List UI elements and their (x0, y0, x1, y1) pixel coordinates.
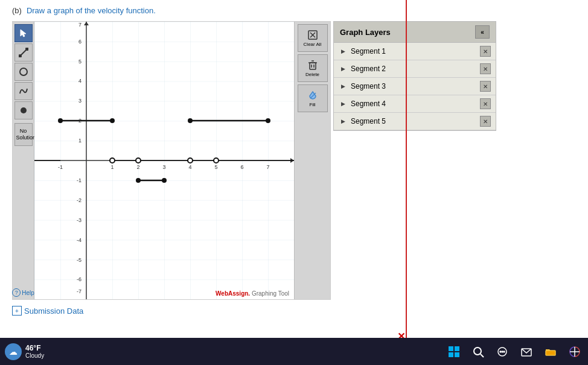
svg-point-65 (502, 351, 503, 352)
layer-label-4: Segment 4 (351, 100, 476, 108)
question-part: (b) (12, 6, 22, 15)
graph-svg: -1 1 2 3 4 5 6 7 5 4 3 2 1 (34, 22, 294, 299)
red-border-line (406, 0, 407, 338)
weather-widget: ☁ 46°F Cloudy (5, 343, 44, 360)
svg-text:3: 3 (162, 164, 165, 170)
svg-rect-57 (449, 346, 453, 351)
left-toolbar: No Solution ? Help (13, 22, 34, 299)
layer-close-5[interactable]: ✕ (480, 116, 491, 127)
svg-text:-5: -5 (77, 257, 81, 263)
svg-text:-2: -2 (77, 197, 81, 203)
circle-tool-button[interactable] (14, 63, 33, 81)
layer-label-1: Segment 1 (351, 47, 476, 56)
question-text: Draw a graph of the velocity function. (27, 6, 156, 15)
weather-temp: 46°F (25, 344, 44, 352)
svg-rect-59 (449, 352, 453, 357)
main-content: (b) Draw a graph of the velocity functio… (0, 0, 588, 338)
svg-text:4: 4 (78, 78, 81, 84)
layer-close-3[interactable]: ✕ (480, 81, 491, 92)
layer-expand-1[interactable]: ▶ (339, 47, 347, 56)
chat-icon[interactable] (494, 343, 511, 360)
layer-item-2[interactable]: ▶ Segment 2 ✕ (334, 60, 496, 78)
mail-icon[interactable] (518, 343, 535, 360)
svg-point-38 (266, 118, 270, 123)
delete-button[interactable]: Delete (298, 54, 328, 82)
svg-rect-68 (546, 351, 555, 355)
svg-text:2: 2 (136, 164, 139, 170)
svg-text:-1: -1 (58, 164, 63, 170)
file-explorer-icon[interactable] (542, 343, 559, 360)
layer-expand-3[interactable]: ▶ (339, 82, 347, 90)
help-link[interactable]: ? Help (12, 288, 34, 297)
layer-item-4[interactable]: ▶ Segment 4 ✕ (334, 95, 496, 113)
no-solution-button[interactable]: No Solution (14, 123, 33, 146)
svg-text:-1: -1 (77, 177, 81, 183)
svg-text:-7: -7 (77, 288, 81, 294)
svg-text:6: 6 (240, 164, 243, 170)
graph-tool-wrapper: No Solution ? Help (12, 21, 576, 300)
layer-label-5: Segment 5 (351, 117, 476, 125)
layer-label-3: Segment 3 (351, 82, 476, 90)
submission-expand-icon: + (12, 306, 22, 316)
svg-point-4 (21, 107, 27, 113)
svg-point-41 (110, 158, 115, 163)
layer-close-4[interactable]: ✕ (480, 98, 491, 109)
svg-rect-58 (455, 346, 459, 351)
curve-tool-button[interactable] (14, 82, 33, 100)
layer-expand-4[interactable]: ▶ (339, 100, 347, 108)
svg-rect-60 (455, 352, 459, 357)
svg-line-62 (481, 354, 484, 357)
svg-text:5: 5 (214, 164, 217, 170)
svg-point-1 (19, 55, 21, 57)
svg-text:-4: -4 (77, 237, 81, 243)
svg-text:-3: -3 (77, 217, 81, 223)
svg-point-44 (214, 158, 219, 163)
svg-point-35 (110, 118, 115, 123)
layer-expand-2[interactable]: ▶ (339, 65, 347, 73)
layer-item-3[interactable]: ▶ Segment 3 ✕ (334, 78, 496, 95)
svg-point-47 (162, 178, 167, 183)
svg-rect-51 (310, 63, 316, 69)
layer-close-1[interactable]: ✕ (480, 46, 491, 57)
svg-text:3: 3 (78, 98, 81, 104)
windows-start-icon[interactable] (446, 343, 462, 360)
clear-all-button[interactable]: Clear All (298, 24, 328, 52)
layer-item-5[interactable]: ▶ Segment 5 ✕ (334, 113, 496, 130)
layers-collapse-button[interactable]: « (475, 25, 490, 39)
graph-area[interactable]: -1 1 2 3 4 5 6 7 5 4 3 2 1 (34, 22, 294, 299)
submission-data[interactable]: + Submission Data (12, 306, 576, 316)
browser-icon[interactable] (566, 343, 583, 360)
line-tool-button[interactable] (14, 43, 33, 62)
layer-expand-5[interactable]: ▶ (339, 117, 347, 125)
search-icon[interactable] (470, 343, 487, 360)
taskbar: ☁ 46°F Cloudy (0, 338, 588, 365)
graph-tool-container: No Solution ? Help (12, 21, 331, 300)
right-toolbar: Clear All Delete (294, 22, 330, 299)
fill-button[interactable]: Fill (298, 84, 328, 112)
submission-data-label: Submission Data (24, 306, 83, 316)
svg-point-46 (136, 178, 141, 183)
graph-footer: WebAssign. Graphing Tool (216, 290, 289, 297)
svg-point-66 (503, 351, 505, 352)
layer-item-1[interactable]: ▶ Segment 1 ✕ (334, 43, 496, 60)
svg-point-34 (58, 118, 63, 123)
select-tool-button[interactable] (14, 24, 33, 42)
svg-point-61 (474, 348, 481, 355)
layer-label-2: Segment 2 (351, 65, 476, 73)
svg-text:1: 1 (110, 164, 113, 170)
svg-text:5: 5 (78, 59, 81, 65)
layer-close-2[interactable]: ✕ (480, 63, 491, 74)
layers-header: Graph Layers « (334, 22, 496, 43)
help-icon: ? (12, 288, 21, 297)
svg-text:7: 7 (78, 22, 81, 28)
svg-point-37 (188, 118, 193, 123)
svg-point-42 (136, 158, 141, 163)
point-tool-button[interactable] (14, 101, 33, 119)
taskbar-icons (446, 343, 583, 360)
svg-point-2 (26, 48, 28, 50)
svg-point-64 (500, 351, 501, 352)
weather-icon: ☁ (5, 343, 22, 360)
svg-text:6: 6 (78, 39, 81, 45)
graph-layers-panel: Graph Layers « ▶ Segment 1 ✕ ▶ Segment 2… (333, 21, 496, 131)
layers-title: Graph Layers (340, 28, 391, 37)
